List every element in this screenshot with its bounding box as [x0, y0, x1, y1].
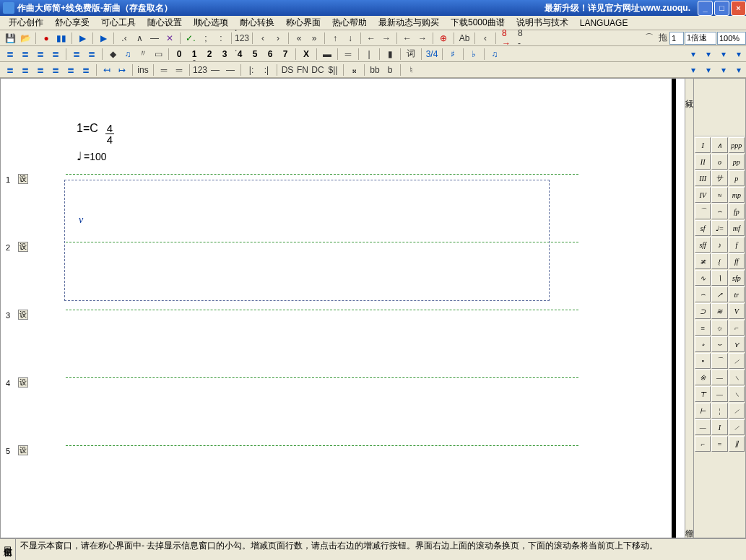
palette-cell-42[interactable]: ※	[695, 369, 711, 385]
tool-ribbon[interactable]: ▬	[320, 48, 334, 61]
staff-icon-2[interactable]: ≣	[18, 48, 32, 61]
tb3-staff2[interactable]: ≣	[18, 64, 32, 76]
palette-cell-19[interactable]: ♪	[711, 237, 727, 253]
row-config-3[interactable]: 设	[18, 310, 28, 320]
maximize-button[interactable]: □	[714, 1, 729, 16]
staff-icon-5[interactable]: ≣	[69, 48, 84, 61]
dropdown-b2[interactable]: ▾	[701, 64, 716, 76]
speed-input[interactable]	[685, 32, 716, 45]
palette-cell-41[interactable]: ⟋	[729, 353, 745, 369]
palette-cell-12[interactable]: ⌒	[695, 204, 711, 219]
palette-cell-27[interactable]: ⌢	[695, 286, 711, 302]
dropdown-b4[interactable]: ▾	[732, 64, 746, 76]
tool-8minus[interactable]: 8 →	[499, 32, 513, 45]
palette-cell-54[interactable]: ⌐	[695, 436, 711, 452]
play-icon[interactable]: ▶	[75, 32, 90, 45]
tool-rightdb[interactable]: »	[307, 32, 321, 45]
save-icon[interactable]: 💾	[3, 32, 17, 45]
tool-bpipe[interactable]: ▮	[383, 48, 397, 61]
palette-cell-23[interactable]: ff	[729, 253, 745, 269]
open-icon[interactable]: 📂	[18, 32, 32, 45]
palette-cell-9[interactable]: IV	[695, 187, 711, 203]
palette-cell-2[interactable]: ppp	[729, 137, 745, 153]
palette-cell-6[interactable]: III	[695, 170, 711, 186]
tool-leftdb[interactable]: «	[292, 32, 306, 45]
tool-rightb[interactable]: ›	[271, 32, 285, 45]
tool-book[interactable]: ▭	[151, 48, 165, 61]
tool-lt[interactable]: ‹	[478, 32, 493, 45]
palette-cell-18[interactable]: sff	[695, 237, 711, 253]
tool-eq[interactable]: ═	[341, 48, 355, 61]
tool-timesig[interactable]: 3/4	[425, 48, 439, 61]
digit-7[interactable]: 7	[278, 48, 292, 61]
palette-cell-3[interactable]: II	[695, 154, 711, 170]
palette-cell-50[interactable]: ⟋	[729, 403, 745, 419]
tool-cross[interactable]: ✕	[162, 32, 177, 45]
palette-cell-37[interactable]: ⌣	[711, 336, 727, 352]
bars-icon[interactable]: ▮▮	[54, 32, 69, 45]
tool-ab[interactable]: Ab	[457, 32, 472, 45]
tool-target[interactable]: ⊕	[436, 32, 451, 45]
tool-leftb[interactable]: ‹	[256, 32, 270, 45]
row-config-5[interactable]: 设	[18, 445, 28, 455]
tool-eighth[interactable]: ♫	[487, 48, 502, 61]
palette-cell-44[interactable]: ⟍	[729, 369, 745, 385]
dropdown-b1[interactable]: ▾	[686, 64, 701, 76]
dropdown-3[interactable]: ▾	[716, 48, 731, 61]
tb3-eq1[interactable]: ═	[157, 64, 171, 76]
tb3-left[interactable]: ↤	[100, 64, 114, 76]
row-config-4[interactable]: 设	[18, 377, 28, 388]
palette-cell-39[interactable]: •	[695, 353, 711, 369]
palette-cell-1[interactable]: ∧	[711, 137, 727, 153]
tool-8minus2[interactable]: 8 -	[514, 32, 529, 45]
tb3-bb[interactable]: bb	[368, 64, 382, 76]
palette-cell-32[interactable]: V	[729, 303, 745, 319]
menu-create[interactable]: 开心创作	[3, 15, 49, 30]
palette-cell-11[interactable]: mp	[729, 187, 745, 203]
tb3-staff1[interactable]: ≣	[3, 64, 17, 76]
tool-up[interactable]: ∧	[132, 32, 147, 45]
tool-pipe[interactable]: |	[362, 48, 376, 61]
tool-up2[interactable]: ↑	[328, 32, 342, 45]
palette-cell-21[interactable]: ≭	[695, 253, 711, 269]
tool-slash[interactable]: 〃	[136, 48, 150, 61]
palette-cell-10[interactable]: ≈	[711, 187, 727, 203]
menu-settings[interactable]: 随心设置	[142, 15, 188, 30]
palette-cell-36[interactable]: ∘	[695, 336, 711, 352]
tb3-rep1[interactable]: |:	[244, 64, 259, 76]
tool-dash[interactable]: —	[147, 32, 162, 45]
palette-cell-4[interactable]: o	[711, 154, 727, 170]
tool-flat[interactable]: ♭	[467, 48, 481, 61]
tb3-rep2[interactable]: :|	[259, 64, 274, 76]
palette-cell-51[interactable]: —	[695, 419, 711, 435]
dropdown-4[interactable]: ▾	[732, 48, 746, 61]
palette-cell-22[interactable]: {	[711, 253, 727, 269]
tool-123[interactable]: . 123 .	[235, 32, 249, 45]
tool-sharp[interactable]: ♯	[446, 48, 460, 61]
dropdown-2[interactable]: ▾	[701, 48, 716, 61]
tuo-input[interactable]	[669, 32, 684, 45]
tb3-eq2[interactable]: ═	[172, 64, 186, 76]
tool-semicolon[interactable]: ;	[199, 32, 213, 45]
tb3-dc[interactable]: DC	[311, 64, 325, 76]
palette-cell-26[interactable]: sfp	[729, 270, 745, 286]
tool-bracket-r[interactable]: →	[415, 32, 430, 45]
palette-cell-24[interactable]: ∿	[695, 270, 711, 286]
canvas[interactable]: 1=C 4 4 ♩ =100 1 设 2 设 3 设 4 设 5 设 v	[1, 79, 685, 538]
palette-cell-56[interactable]: ∥	[729, 436, 745, 452]
tb3-dsharp[interactable]: 𝄪	[347, 64, 361, 76]
palette-cell-13[interactable]: ⌢	[711, 204, 727, 219]
digit-0[interactable]: 0	[172, 48, 186, 61]
row-config-1[interactable]: 设	[18, 174, 28, 184]
menu-download[interactable]: 下载5000曲谱	[445, 15, 511, 30]
palette-cell-52[interactable]: I	[711, 419, 727, 435]
palette-cell-38[interactable]: ⋎	[729, 336, 745, 352]
palette-cell-14[interactable]: fp	[729, 204, 745, 219]
palette-cell-47[interactable]: ⟍	[729, 386, 745, 402]
menu-enjoy[interactable]: 舒心享受	[49, 15, 95, 30]
palette-cell-28[interactable]: ↗	[711, 286, 727, 302]
tb3-dash2[interactable]: —	[223, 64, 238, 76]
tb3-staff3[interactable]: ≣	[33, 64, 48, 76]
tool-check[interactable]: ✓.	[183, 32, 198, 45]
tb3-staff4[interactable]: ≣	[48, 64, 63, 76]
